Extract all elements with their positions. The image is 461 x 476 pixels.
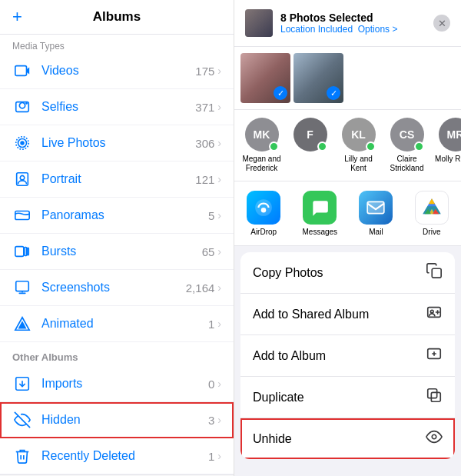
svg-rect-11 [15,247,24,257]
contact-item-mr[interactable]: MR Molly Rhom [434,118,461,173]
nav-item-recently-deleted[interactable]: Recently Deleted 1 › [0,438,234,474]
svg-point-2 [19,103,25,108]
bursts-chevron: › [217,245,221,258]
videos-count: 175 [195,65,214,78]
burst-icon [12,241,32,261]
contact-avatar-cs: CS [390,118,424,151]
add-shared-album-label: Add to Shared Album [253,308,426,321]
nav-item-live-photos[interactable]: Live Photos 306 › [0,125,234,161]
animated-chevron: › [217,318,221,330]
airdrop-icon [247,191,280,225]
contact-name-mk: Megan and Frederick [240,155,283,173]
bursts-label: Bursts [41,245,202,258]
app-item-messages[interactable]: Messages [303,191,338,236]
screenshots-chevron: › [217,281,221,294]
copy-icon [426,262,443,283]
recently-deleted-count: 1 [208,450,214,463]
live-photos-chevron: › [217,137,221,149]
panoramas-label: Panoramas [41,208,208,222]
other-albums-section-label: Other Albums [0,342,234,366]
share-header-subtitle: Location Included Options > [280,24,433,35]
left-panel: + Albums Media Types Videos 175 › [0,0,234,476]
contact-avatar-k: KL [342,118,376,151]
media-types-section-label: Media Types [0,35,234,53]
panoramas-count: 5 [208,209,214,222]
drive-icon [415,191,449,225]
nav-item-videos[interactable]: Videos 175 › [0,53,234,89]
app-icons-row: AirDrop Messages Mail [234,181,461,246]
drive-label: Drive [423,228,440,236]
nav-item-selfies[interactable]: Selfies 371 › [0,89,234,125]
nav-item-animated[interactable]: Animated 1 › [0,306,234,342]
action-list: Copy Photos Add to Shared Album [240,252,455,459]
svg-rect-10 [15,211,29,220]
animated-label: Animated [41,317,208,331]
nav-item-screenshots[interactable]: Screenshots 2,164 › [0,270,234,306]
photo-check-1: ✓ [274,86,287,100]
nav-item-portrait[interactable]: Portrait 121 › [0,161,234,198]
contact-name-k: Lilly and Kent [337,155,380,173]
imports-count: 0 [208,378,214,391]
screenshots-count: 2,164 [186,281,215,295]
svg-rect-0 [15,66,27,76]
recently-deleted-label: Recently Deleted [41,449,208,463]
selfies-count: 371 [195,101,214,114]
hidden-icon [12,410,32,430]
nav-item-panoramas[interactable]: Panoramas 5 › [0,198,234,234]
airdrop-label: AirDrop [250,228,277,236]
nav-item-bursts[interactable]: Bursts 65 › [0,234,234,270]
contact-avatar-mr: MR [439,118,462,151]
import-icon [12,374,32,394]
hidden-label: Hidden [41,413,208,427]
svg-rect-34 [432,268,441,278]
trash-icon [12,446,32,466]
action-copy-photos[interactable]: Copy Photos [240,252,455,294]
add-button[interactable]: + [12,7,22,27]
mail-label: Mail [369,228,383,236]
mail-icon [359,191,393,225]
imports-chevron: › [217,378,221,390]
screenshot-icon [12,278,32,298]
action-add-album[interactable]: Add to Album [240,335,455,377]
action-unhide[interactable]: Unhide [240,418,455,459]
shared-album-icon [426,304,443,325]
svg-rect-15 [18,292,25,294]
svg-rect-43 [428,389,437,398]
contact-item-f[interactable]: F [289,118,331,173]
svg-rect-13 [27,248,28,255]
share-close-button[interactable]: ✕ [433,15,450,32]
action-add-shared-album[interactable]: Add to Shared Album [240,294,455,335]
hidden-count: 3 [208,414,214,427]
action-duplicate[interactable]: Duplicate [240,377,455,418]
svg-point-44 [432,434,436,439]
contact-online-indicator [269,141,279,151]
share-header-title: 8 Photos Selected [280,12,433,24]
options-link[interactable]: Options > [358,24,398,35]
video-icon [12,61,32,81]
app-item-mail[interactable]: Mail [359,191,393,236]
selfie-icon [12,97,32,117]
contact-item-cs[interactable]: CS Claire Strickland [386,118,428,173]
svg-point-31 [261,208,267,213]
app-item-airdrop[interactable]: AirDrop [247,191,280,236]
contact-item-mk[interactable]: MK Megan and Frederick [240,118,283,173]
screenshots-label: Screenshots [41,281,186,295]
portrait-icon [12,169,32,189]
photo-thumbnail-1: ✓ [240,53,290,103]
portrait-count: 121 [195,173,214,186]
panorama-icon [12,205,32,225]
app-item-drive[interactable]: Drive [415,191,449,236]
svg-point-5 [20,141,25,145]
svg-rect-12 [25,248,27,256]
duplicate-label: Duplicate [253,391,426,404]
duplicate-icon [426,387,443,408]
contact-item-k[interactable]: KL Lilly and Kent [337,118,380,173]
photo-check-2: ✓ [327,86,340,100]
animated-count: 1 [208,318,214,331]
share-header: 8 Photos Selected Location Included Opti… [234,0,461,47]
nav-item-hidden[interactable]: Hidden 3 › [0,402,234,438]
nav-item-imports[interactable]: Imports 0 › [0,366,234,402]
svg-rect-14 [16,281,29,291]
portrait-label: Portrait [41,172,195,186]
albums-title: Albums [93,9,141,25]
